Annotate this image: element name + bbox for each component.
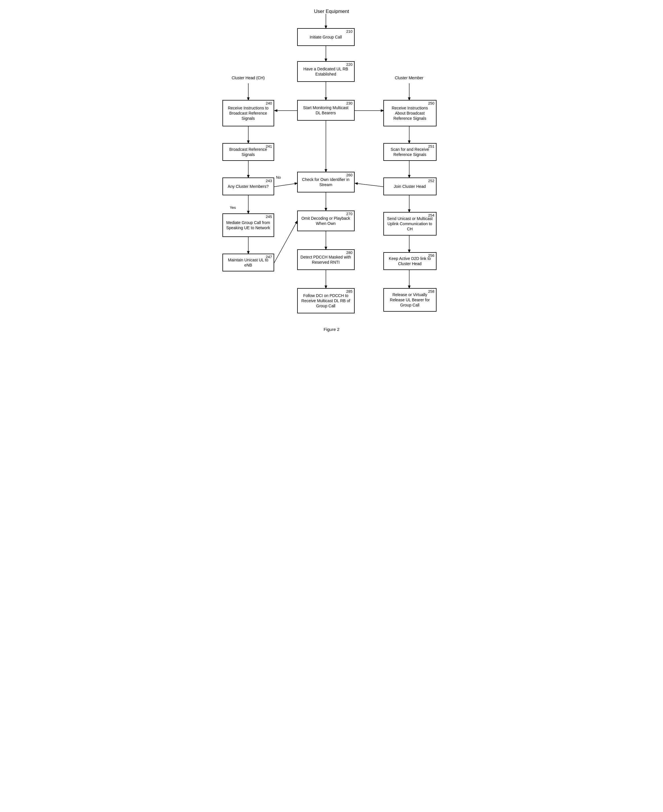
box-247-ref: 247 [266, 255, 272, 260]
svg-line-20 [274, 183, 297, 187]
box-254-ref: 254 [428, 213, 435, 218]
box-245-ref: 245 [266, 215, 272, 220]
box-210-ref: 210 [346, 29, 353, 34]
box-241-label: Broadcast Reference Signals [226, 147, 271, 157]
box-258-label: Release or Virtually Release UL Bearer f… [387, 292, 433, 308]
box-280: Detect PDCCH Masked with Reserved RNTI 2… [297, 249, 355, 270]
box-250-label: Receive Instructions About Broadcast Ref… [387, 105, 433, 121]
svg-line-22 [274, 221, 297, 263]
cluster-member-label: Cluster Member [388, 76, 431, 80]
box-285: Follow DCI on PDCCH to Receive Multicast… [297, 288, 355, 313]
box-285-label: Follow DCI on PDCCH to Receive Multicast… [301, 293, 351, 309]
box-280-ref: 280 [346, 250, 353, 255]
figure-caption: Figure 2 [214, 327, 450, 332]
yes-label: Yes [230, 205, 236, 210]
box-241-ref: 241 [266, 144, 272, 149]
cluster-head-label: Cluster Head (CH) [228, 76, 268, 80]
box-251-ref: 251 [428, 144, 435, 149]
box-252: Join Cluster Head 252 [383, 178, 437, 195]
box-270-ref: 270 [346, 212, 353, 216]
box-256-ref: 256 [428, 253, 435, 258]
box-251: Scan for and Receive Reference Signals 2… [383, 143, 437, 161]
box-230-ref: 230 [346, 101, 353, 106]
box-220: Have a Dedicated UL RB Established 220 [297, 61, 355, 82]
box-245: Mediate Group Call from Speaking UE to N… [222, 213, 274, 237]
diagram-title: User Equipment [214, 9, 450, 15]
no-label: No [276, 175, 281, 179]
box-260-label: Check for Own Identifier in Stream [301, 177, 351, 187]
box-241: Broadcast Reference Signals 241 [222, 143, 274, 161]
svg-line-21 [355, 183, 383, 187]
box-260: Check for Own Identifier in Stream 260 [297, 172, 355, 192]
box-251-label: Scan for and Receive Reference Signals [387, 147, 433, 157]
box-247-label: Maintain Unicast UL to eNB [226, 257, 271, 268]
box-243: Any Cluster Members? 243 [222, 178, 274, 195]
box-210: Initiate Group Call 210 [297, 28, 355, 46]
box-252-label: Join Cluster Head [394, 184, 425, 189]
box-210-label: Initiate Group Call [309, 34, 342, 40]
box-252-ref: 252 [428, 179, 435, 184]
box-285-ref: 285 [346, 289, 353, 294]
flow-arrows [214, 6, 450, 333]
box-256-label: Keep Active D2D link to Cluster Head [387, 256, 433, 266]
box-258-ref: 258 [428, 289, 435, 294]
box-250: Receive Instructions About Broadcast Ref… [383, 100, 437, 126]
box-258: Release or Virtually Release UL Bearer f… [383, 288, 437, 312]
box-230-label: Start Monitoring Multicast DL Bearers [301, 105, 351, 115]
box-240: Receive Instructions to Broadcast Refere… [222, 100, 274, 126]
box-240-ref: 240 [266, 101, 272, 106]
box-256: Keep Active D2D link to Cluster Head 256 [383, 252, 437, 270]
box-230: Start Monitoring Multicast DL Bearers 23… [297, 100, 355, 121]
box-250-ref: 250 [428, 101, 435, 106]
box-220-ref: 220 [346, 62, 353, 67]
box-220-label: Have a Dedicated UL RB Established [301, 66, 351, 77]
box-247: Maintain Unicast UL to eNB 247 [222, 253, 274, 271]
diagram-container: User Equipment [214, 6, 450, 333]
box-245-label: Mediate Group Call from Speaking UE to N… [226, 220, 271, 230]
box-270: Omit Decoding or Playback When Own 270 [297, 211, 355, 231]
box-243-label: Any Cluster Members? [228, 184, 268, 189]
box-260-ref: 260 [346, 173, 353, 178]
box-254: Send Unicast or Multicast Uplink Communi… [383, 212, 437, 236]
box-254-label: Send Unicast or Multicast Uplink Communi… [387, 216, 433, 232]
box-280-label: Detect PDCCH Masked with Reserved RNTI [301, 255, 351, 265]
box-240-label: Receive Instructions to Broadcast Refere… [226, 105, 271, 121]
box-243-ref: 243 [266, 179, 272, 184]
box-270-label: Omit Decoding or Playback When Own [301, 216, 351, 226]
